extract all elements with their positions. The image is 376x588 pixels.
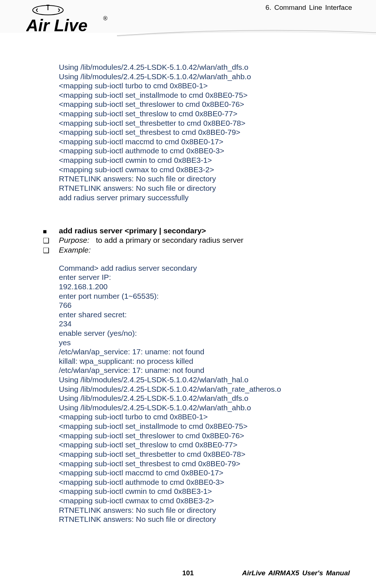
purpose-label: Purpose:	[59, 236, 89, 244]
terminal-line: <mapping sub-ioctl set_installmode to cm…	[59, 422, 350, 431]
terminal-line: <mapping sub-ioctl set_installmode to cm…	[59, 90, 350, 100]
terminal-line: <mapping sub-ioctl authmode to cmd 0x8BE…	[59, 478, 350, 487]
terminal-line: RTNETLINK answers: No such file or direc…	[59, 184, 350, 193]
terminal-line: RTNETLINK answers: No such file or direc…	[59, 506, 350, 515]
example-label: Example:	[59, 245, 91, 255]
terminal-line: RTNETLINK answers: No such file or direc…	[59, 174, 350, 184]
terminal-line: <mapping sub-ioctl set_threslow to cmd 0…	[59, 440, 350, 450]
terminal-line: Using /lib/modules/2.4.25-LSDK-5.1.0.42/…	[59, 63, 350, 72]
terminal-line: <mapping sub-ioctl cwmax to cmd 0x8BE3-2…	[59, 496, 350, 506]
command-title: add radius server <primary | secondary>	[59, 226, 206, 235]
terminal-line: enter port number (1~65535):	[59, 291, 350, 301]
document-page: Air Live ® 6. Command Line Interface Usi…	[0, 0, 376, 588]
terminal-line: Using /lib/modules/2.4.25-LSDK-5.1.0.42/…	[59, 403, 350, 412]
terminal-line: 192.168.1.200	[59, 282, 350, 291]
terminal-line: <mapping sub-ioctl maccmd to cmd 0x8BE0-…	[59, 468, 350, 478]
command-title-row: add radius server <primary | secondary>	[43, 226, 350, 235]
terminal-line: <mapping sub-ioctl cwmin to cmd 0x8BE3-1…	[59, 487, 350, 496]
page-number: 101	[182, 569, 194, 577]
outline-square-bullet-icon	[43, 235, 59, 245]
terminal-line: enable server (yes/no):	[59, 329, 350, 338]
filled-square-bullet-icon	[43, 226, 59, 235]
terminal-output-1: Using /lib/modules/2.4.25-LSDK-5.1.0.42/…	[59, 63, 350, 202]
terminal-line: enter shared secret:	[59, 310, 350, 319]
terminal-line: Using /lib/modules/2.4.25-LSDK-5.1.0.42/…	[59, 72, 350, 81]
chapter-heading: 6. Command Line Interface	[266, 4, 352, 12]
terminal-line: <mapping sub-ioctl turbo to cmd 0x8BE0-1…	[59, 412, 350, 422]
terminal-line: <mapping sub-ioctl set_thresbest to cmd …	[59, 128, 350, 137]
terminal-line: Using /lib/modules/2.4.25-LSDK-5.1.0.42/…	[59, 394, 350, 403]
terminal-line: <mapping sub-ioctl set_threslower to cmd…	[59, 100, 350, 109]
terminal-line: yes	[59, 338, 350, 347]
terminal-line: <mapping sub-ioctl authmode to cmd 0x8BE…	[59, 146, 350, 156]
command-example-row: Example:	[43, 245, 350, 255]
manual-title: AirLive AIRMAX5 User's Manual	[242, 569, 350, 577]
purpose-text: to add a primary or secondary radius ser…	[96, 236, 243, 244]
command-purpose-row: Purpose: to add a primary or secondary r…	[43, 235, 350, 245]
terminal-output-2: Command> add radius server secondaryente…	[59, 263, 350, 524]
terminal-line: enter server IP:	[59, 273, 350, 282]
terminal-line: killall: wpa_supplicant: no process kill…	[59, 357, 350, 366]
terminal-line: <mapping sub-ioctl set_thresbetter to cm…	[59, 450, 350, 459]
terminal-line: Using /lib/modules/2.4.25-LSDK-5.1.0.42/…	[59, 375, 350, 384]
svg-text:Air Live: Air Live	[26, 16, 88, 35]
outline-square-bullet-icon	[43, 245, 59, 255]
terminal-line: /etc/wlan/ap_service: 17: uname: not fou…	[59, 366, 350, 375]
terminal-line: <mapping sub-ioctl turbo to cmd 0x8BE0-1…	[59, 81, 350, 90]
terminal-line: <mapping sub-ioctl set_threslow to cmd 0…	[59, 109, 350, 118]
command-section: add radius server <primary | secondary> …	[43, 226, 350, 524]
terminal-line: <mapping sub-ioctl cwmin to cmd 0x8BE3-1…	[59, 156, 350, 165]
terminal-line: <mapping sub-ioctl set_thresbest to cmd …	[59, 459, 350, 468]
brand-logo: Air Live ®	[26, 2, 117, 39]
terminal-line: add radius server primary successfully	[59, 193, 350, 202]
header-divider	[117, 28, 376, 37]
terminal-line: <mapping sub-ioctl cwmax to cmd 0x8BE3-2…	[59, 165, 350, 174]
terminal-line: 234	[59, 319, 350, 329]
terminal-line: <mapping sub-ioctl set_thresbetter to cm…	[59, 118, 350, 128]
terminal-line: 766	[59, 301, 350, 310]
terminal-line: RTNETLINK answers: No such file or direc…	[59, 515, 350, 524]
terminal-line: <mapping sub-ioctl set_threslower to cmd…	[59, 431, 350, 440]
page-content: Using /lib/modules/2.4.25-LSDK-5.1.0.42/…	[59, 63, 350, 524]
svg-text:®: ®	[103, 15, 108, 21]
terminal-line: Command> add radius server secondary	[59, 263, 350, 273]
page-header: Air Live ® 6. Command Line Interface	[26, 0, 350, 42]
terminal-line: <mapping sub-ioctl maccmd to cmd 0x8BE0-…	[59, 137, 350, 146]
terminal-line: Using /lib/modules/2.4.25-LSDK-5.1.0.42/…	[59, 384, 350, 394]
page-footer: 101 AirLive AIRMAX5 User's Manual	[26, 569, 350, 577]
terminal-line: /etc/wlan/ap_service: 17: uname: not fou…	[59, 347, 350, 357]
